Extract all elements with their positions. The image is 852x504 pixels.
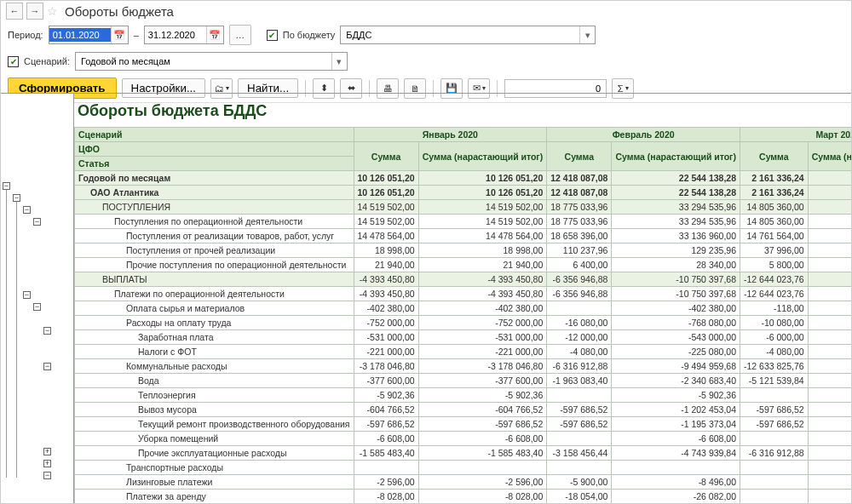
outline-toggle[interactable]: − [23, 206, 31, 214]
table-row[interactable]: Транспортные расходы [75, 461, 852, 475]
outline-toggle[interactable]: − [43, 327, 51, 335]
cell: -7 462 223,24 [808, 374, 851, 388]
date-from-input[interactable] [49, 28, 111, 42]
cell [740, 490, 809, 504]
by-budget-checkbox[interactable]: ✔ [267, 30, 278, 41]
cell [547, 301, 612, 316]
outline-toggle[interactable]: − [23, 291, 31, 299]
table-row[interactable]: ПОСТУПЛЕНИЯ14 519 502,0014 519 502,0018 … [75, 200, 852, 215]
row-label: Оплата сырья и материалов [75, 301, 354, 316]
outline-toggle[interactable]: − [3, 182, 10, 190]
cell: -6 608,00 [354, 432, 418, 446]
cell: -6 608,00 [418, 432, 547, 446]
table-row[interactable]: ОАО Атлантика10 126 051,2010 126 051,201… [75, 186, 852, 200]
cell: 10 126 051,20 [418, 171, 547, 186]
row-label: Поступления от реализации товаров, работ… [75, 229, 354, 243]
cell: 14 519 502,00 [418, 200, 547, 215]
cell: 5 800,00 [740, 258, 809, 272]
cell: 10 126 051,20 [354, 171, 418, 186]
cell: -402 380,00 [418, 301, 547, 316]
outline-toggle[interactable]: − [33, 218, 41, 226]
table-row[interactable]: Налоги с ФОТ-221 000,00-221 000,00-4 080… [75, 345, 852, 359]
cell: -4 080,00 [547, 345, 612, 359]
cell: 21 940,00 [354, 258, 418, 272]
budget-select-dropdown[interactable]: ▾ [579, 26, 595, 43]
table-row[interactable]: Поступления от реализации товаров, работ… [75, 229, 852, 243]
cell: 48 099 895,96 [808, 200, 851, 215]
cell: 14 478 564,00 [418, 229, 547, 243]
outline-toggle[interactable]: − [43, 363, 51, 370]
nav-forward-button[interactable]: → [26, 3, 43, 20]
favorite-star-icon[interactable]: ☆ [47, 4, 58, 18]
table-row[interactable]: Оплата сырья и материалов-402 380,00-402… [75, 301, 852, 316]
cell: 129 235,96 [612, 243, 740, 258]
table-row[interactable]: Годовой по месяцам10 126 051,2010 126 05… [75, 171, 852, 186]
outline-toggle[interactable]: + [43, 460, 51, 467]
date-to-calendar-button[interactable]: 📅 [206, 26, 223, 43]
cell: -1 195 373,04 [612, 417, 740, 432]
table-row[interactable]: Заработная плата-531 000,00-531 000,00-1… [75, 330, 852, 345]
scenario-select-input[interactable] [76, 54, 331, 68]
cell: -377 600,00 [418, 374, 547, 388]
printer-icon: 🖶 [383, 83, 393, 94]
period-picker-button[interactable]: … [229, 25, 251, 45]
cell: -23 394 421,44 [808, 272, 851, 287]
cell: -6 608,00 [808, 432, 851, 446]
row-label: Заработная плата [75, 330, 354, 345]
outline-line [16, 202, 17, 478]
cell [354, 461, 418, 475]
table-row[interactable]: Поступления по операционной деятельности… [75, 215, 852, 229]
outline-panel: − − − − − − − − + + − [1, 93, 74, 503]
table-row[interactable]: Вода-377 600,00-377 600,00-1 963 083,40-… [75, 374, 852, 388]
row-label: Теплоэнергия [75, 388, 354, 403]
table-row[interactable]: Платежи по операционной деятельности-4 3… [75, 287, 852, 301]
cell: 33 294 535,96 [612, 215, 740, 229]
date-to-input[interactable] [145, 28, 206, 42]
cell: -543 000,00 [612, 330, 740, 345]
cell: -11 060 852,72 [808, 446, 851, 461]
cell: 6 400,00 [547, 258, 612, 272]
cell [740, 388, 809, 403]
cell: 18 998,00 [418, 243, 547, 258]
cell: -5 902,36 [418, 388, 547, 403]
table-row[interactable]: Прочие эксплуатационные расходы-1 585 48… [75, 446, 852, 461]
row-label: Расходы на оплату труда [75, 316, 354, 330]
report-body[interactable]: Обороты бюджета БДДС Сценарий Январь 202… [74, 93, 851, 503]
cell [547, 388, 612, 403]
outline-toggle[interactable]: − [43, 472, 51, 479]
table-row[interactable]: Коммунальные расходы-3 178 046,80-3 178 … [75, 359, 852, 374]
table-row[interactable]: Вывоз мусора-604 766,52-604 766,52-597 6… [75, 403, 852, 417]
nav-back-button[interactable]: ← [6, 3, 23, 20]
cell: -1 202 453,04 [612, 403, 740, 417]
cell: -604 766,52 [418, 403, 547, 417]
table-row[interactable]: ВЫПЛАТЫ-4 393 450,80-4 393 450,80-6 356 … [75, 272, 852, 287]
table-row[interactable]: Платежи за аренду-8 028,00-8 028,00-18 0… [75, 490, 852, 504]
cell: 22 544 138,28 [612, 186, 740, 200]
cell: -402 380,00 [354, 301, 418, 316]
scenario-select-dropdown[interactable]: ▾ [331, 53, 347, 70]
outline-toggle[interactable]: − [13, 194, 20, 202]
cell [418, 461, 547, 475]
cell [740, 432, 809, 446]
date-from-calendar-button[interactable]: 📅 [111, 26, 128, 43]
table-row[interactable]: Прочие поступления по операционной деяте… [75, 258, 852, 272]
cell: 18 775 033,96 [547, 200, 612, 215]
row-label: ПОСТУПЛЕНИЯ [75, 200, 354, 215]
cell: 110 237,96 [547, 243, 612, 258]
cell: 14 519 502,00 [418, 215, 547, 229]
table-row[interactable]: Теплоэнергия-5 902,36-5 902,36-5 902,36-… [75, 388, 852, 403]
row-label: Платежи по операционной деятельности [75, 287, 354, 301]
row-header-scenario: Сценарий [75, 128, 354, 142]
cell: 14 519 502,00 [354, 200, 418, 215]
budget-select-input[interactable] [341, 28, 579, 42]
table-row[interactable]: Расходы на оплату труда-752 000,00-752 0… [75, 316, 852, 330]
arrow-right-icon: → [31, 6, 40, 16]
table-row[interactable]: Лизинговые платежи-2 596,00-2 596,00-5 9… [75, 475, 852, 490]
table-row[interactable]: Уборка помещений-6 608,00-6 608,00-6 608… [75, 432, 852, 446]
table-row[interactable]: Поступления от прочей реализации18 998,0… [75, 243, 852, 258]
scenario-checkbox[interactable]: ✔ [8, 56, 19, 67]
outline-toggle[interactable]: + [43, 448, 51, 455]
table-row[interactable]: Текущий ремонт производственного оборудо… [75, 417, 852, 432]
cell: 33 294 535,96 [612, 200, 740, 215]
outline-toggle[interactable]: − [33, 303, 41, 311]
